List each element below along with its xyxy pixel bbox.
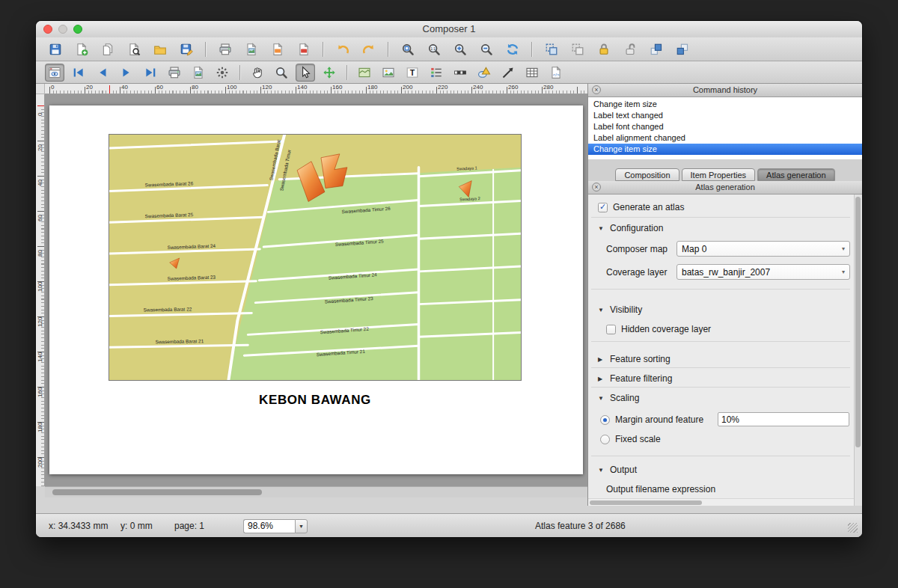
history-item[interactable]: Change item size (588, 144, 862, 155)
map-title-label[interactable]: KEBON BAWANG (109, 393, 522, 408)
atlas-settings-button[interactable] (213, 64, 232, 82)
add-label-button[interactable]: T (403, 64, 422, 82)
select-move-item-button[interactable] (296, 64, 315, 82)
coverage-layer-select[interactable]: batas_rw_banjir_2007 ▾ (676, 264, 850, 280)
history-item[interactable]: Label text changed (588, 110, 862, 121)
zoom-full-button[interactable] (397, 40, 418, 58)
tab-item-properties[interactable]: Item Properties (682, 168, 756, 181)
composer-map-select[interactable]: Map 0 ▾ (676, 241, 850, 257)
pan-button[interactable] (248, 64, 267, 82)
zoom-out-button[interactable] (476, 40, 496, 58)
titlebar[interactable]: Composer 1 (36, 21, 862, 38)
composer-manager-button[interactable] (123, 40, 144, 58)
scrollbar-thumb[interactable] (590, 500, 702, 505)
refresh-view-button[interactable] (502, 40, 522, 58)
export-pdf-button[interactable] (293, 40, 314, 58)
scrollbar-thumb[interactable] (855, 197, 861, 447)
save-project-button[interactable] (45, 40, 65, 58)
visibility-section-header[interactable]: ▼ Visibility (588, 301, 852, 318)
close-panel-icon[interactable]: × (592, 183, 601, 192)
history-item[interactable]: Label font changed (588, 121, 862, 132)
history-item[interactable]: Label alignment changed (588, 132, 862, 144)
load-template-button[interactable] (150, 40, 170, 58)
add-table-button[interactable] (522, 64, 542, 82)
composition-page[interactable]: Swasembada Barat 26Swasembada Barat 25Sw… (49, 105, 583, 474)
disclosure-down-icon: ▼ (598, 225, 605, 232)
ruler-label: 60 (156, 84, 163, 91)
export-atlas-button[interactable] (189, 64, 208, 82)
status-bar: x: 34.3433 mm y: 0 mm page: 1 98.6% ▼ At… (36, 513, 862, 537)
undo-button[interactable] (332, 40, 352, 58)
scrollbar-thumb[interactable] (52, 489, 262, 495)
add-legend-button[interactable] (427, 64, 446, 82)
print-atlas-button[interactable] (165, 64, 184, 82)
atlas-last-feature-button[interactable] (141, 64, 160, 82)
horizontal-ruler: 020406080100120140160180200220240260280 (45, 84, 587, 94)
ungroup-icon (571, 43, 584, 56)
group-items-button[interactable] (541, 40, 561, 58)
output-section-header[interactable]: ▼ Output (588, 462, 852, 478)
atlas-first-feature-button[interactable] (69, 64, 88, 82)
zoom-in-button[interactable] (450, 40, 470, 58)
page-image-icon (245, 43, 258, 56)
configuration-section-header[interactable]: ▼ Configuration (588, 220, 852, 236)
separator (591, 341, 850, 342)
add-new-map-button[interactable] (355, 64, 374, 82)
canvas-horizontal-scrollbar[interactable] (45, 486, 587, 497)
zoom-tool-button[interactable] (272, 64, 291, 82)
tab-atlas-generation[interactable]: Atlas generation (757, 168, 835, 181)
margin-percent-input[interactable] (718, 412, 849, 426)
feature-filtering-section-header[interactable]: ▶ Feature filtering (588, 370, 852, 387)
add-shape-button[interactable] (474, 64, 494, 82)
scaling-section-header[interactable]: ▼ Scaling (588, 390, 852, 406)
ungroup-items-button[interactable] (567, 40, 587, 58)
close-window-button[interactable] (43, 25, 52, 34)
add-arrow-button[interactable] (498, 64, 518, 82)
panel-horizontal-scrollbar[interactable] (588, 498, 854, 506)
atlas-next-feature-button[interactable] (117, 64, 136, 82)
folder-icon (153, 43, 167, 56)
redo-button[interactable] (358, 40, 379, 58)
add-scalebar-button[interactable] (450, 64, 470, 82)
map-item[interactable]: Swasembada Barat 26Swasembada Barat 25Sw… (109, 134, 522, 381)
zoom-window-button[interactable] (73, 25, 82, 34)
generate-atlas-checkbox[interactable]: ✓ (598, 203, 608, 212)
save-template-button[interactable] (176, 40, 196, 58)
ruler-label: 120 (37, 317, 43, 327)
unlock-items-button[interactable] (620, 40, 640, 58)
composer-canvas[interactable]: Swasembada Barat 26Swasembada Barat 25Sw… (45, 94, 587, 486)
raise-items-button[interactable] (646, 40, 666, 58)
fixed-scale-radio[interactable] (600, 435, 610, 444)
feature-sorting-section-header[interactable]: ▶ Feature sorting (588, 351, 852, 367)
lock-items-button[interactable] (593, 40, 614, 58)
print-button[interactable] (215, 40, 235, 58)
add-image-button[interactable] (379, 64, 398, 82)
add-html-button[interactable]: </> (546, 64, 566, 82)
duplicate-composer-button[interactable] (97, 40, 117, 58)
close-panel-icon[interactable]: × (592, 85, 601, 94)
hidden-coverage-label: Hidden coverage layer (621, 324, 711, 334)
cursor-y-readout: y: 0 mm (120, 521, 153, 531)
history-item[interactable]: Change item size (588, 99, 862, 110)
export-svg-button[interactable] (267, 40, 287, 58)
atlas-previous-feature-button[interactable] (93, 64, 112, 82)
new-composer-button[interactable] (71, 40, 91, 58)
hidden-coverage-checkbox[interactable] (606, 325, 616, 334)
ruler-label: 20 (37, 144, 43, 151)
lower-items-button[interactable] (672, 40, 692, 58)
page-image-icon (192, 66, 205, 79)
move-item-content-button[interactable] (320, 64, 339, 82)
zoom-actual-button[interactable]: 1:1 (424, 40, 444, 58)
street-label: Swasembada Barat 22 (144, 306, 192, 312)
zoom-level-combo[interactable]: 98.6% ▼ (243, 519, 308, 533)
resize-grip[interactable] (848, 523, 858, 533)
window-title: Composer 1 (36, 21, 862, 37)
panel-vertical-scrollbar[interactable] (854, 195, 862, 506)
atlas-preview-button[interactable] (45, 64, 64, 82)
tab-composition[interactable]: Composition (615, 168, 679, 181)
export-image-button[interactable] (241, 40, 261, 58)
margin-around-feature-radio[interactable] (600, 415, 610, 425)
dropdown-arrow-icon[interactable]: ▼ (295, 519, 308, 533)
minimize-window-button[interactable] (58, 25, 67, 34)
ruler-label: 200 (37, 458, 43, 468)
